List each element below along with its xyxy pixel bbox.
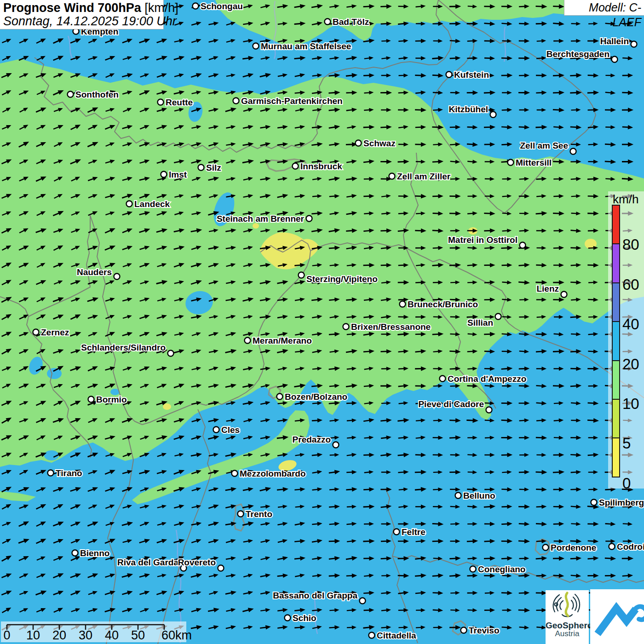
city-marker	[218, 565, 224, 571]
scale-tick-label: 50	[128, 628, 148, 643]
city-label: Berchtesgaden	[546, 49, 610, 59]
wind-speed-legend: km/h 806040201050	[608, 191, 644, 489]
city-marker	[508, 160, 514, 166]
city-marker	[486, 407, 492, 413]
city-marker	[356, 140, 362, 146]
city-marker	[455, 493, 461, 499]
city-marker	[72, 550, 78, 556]
city-marker	[612, 57, 618, 63]
city-marker	[299, 272, 305, 278]
city-label: Bormio	[96, 395, 127, 404]
map-canvas: SchongauBad TölzKemptenMurnau am Staffel…	[0, 0, 644, 644]
page-title: Prognose Wind 700hPa [km/h]	[3, 1, 163, 15]
scale-tick-label: 40	[102, 628, 122, 643]
city-marker	[233, 98, 239, 104]
city-label: Riva del Garda	[117, 558, 178, 567]
city-marker	[400, 301, 406, 307]
city-marker	[198, 165, 204, 171]
city-marker	[293, 163, 299, 169]
legend-tick-label: 0	[622, 476, 644, 491]
city-label: Garmisch-Partenkirchen	[241, 96, 343, 106]
city-label: Pieve di Cadore	[418, 399, 484, 409]
city-marker	[193, 3, 199, 9]
city-marker	[570, 149, 576, 155]
geosphere-country: Austria	[546, 630, 589, 638]
city-label: Brixen/Bressanone	[351, 322, 431, 332]
forecast-datetime: Sonntag, 14.12.2025 19:00 Uhr	[3, 15, 163, 28]
model-label: Modell: C-LAEF	[564, 0, 644, 16]
weather-map-app: SchongauBad TölzKemptenMurnau am Staffel…	[0, 0, 644, 644]
mountain-icon	[590, 589, 644, 644]
city-label: Imst	[169, 170, 187, 179]
city-marker	[520, 242, 526, 248]
city-marker	[68, 92, 74, 98]
city-label: Schlanders/Silandro	[81, 343, 166, 352]
city-marker	[543, 545, 549, 551]
legend-colorbar	[612, 206, 620, 477]
wind-area-5-10	[253, 223, 259, 229]
city-label: Bad Tölz	[333, 17, 369, 27]
city-label: Murnau am Staffelsee	[261, 41, 351, 51]
city-label: Spilimbergo	[599, 498, 644, 507]
city-marker	[440, 376, 446, 382]
scale-tick-label: 20	[49, 628, 69, 643]
city-label: Mittersill	[516, 158, 552, 167]
city-label: Predazzo	[293, 435, 331, 444]
city-label: Silz	[206, 163, 221, 172]
title-product: Prognose Wind 700hPa	[3, 1, 141, 15]
city-marker	[232, 471, 238, 477]
city-label: Hallein	[600, 36, 629, 46]
city-label: Innsbruck	[300, 161, 342, 171]
city-label: Nauders	[77, 267, 112, 277]
legend-tick-label: 40	[622, 316, 644, 332]
city-label: Treviso	[469, 626, 500, 635]
city-marker	[126, 201, 132, 207]
city-label: Landeck	[134, 199, 170, 209]
city-label: Steinach am Brenner	[217, 214, 305, 224]
city-marker	[394, 529, 400, 535]
city-label: Matrei in Osttirol	[448, 235, 518, 245]
city-marker	[470, 566, 476, 572]
city-label: Trento	[246, 509, 272, 519]
city-marker	[238, 511, 244, 517]
city-label: Bienno	[80, 548, 109, 558]
city-label: Schwaz	[363, 138, 396, 148]
city-marker	[591, 500, 597, 506]
city-marker	[158, 99, 164, 105]
city-label: Cortina d'Ampezzo	[448, 374, 526, 384]
city-label: Conegliano	[478, 564, 525, 574]
city-marker	[333, 442, 339, 448]
geosphere-wordmark: GeoSphere	[546, 621, 589, 630]
legend-color-segment	[612, 360, 620, 400]
city-label: Cles	[221, 425, 240, 435]
city-label: Meran/Merano	[253, 336, 312, 345]
legend-tick-label: 80	[622, 237, 644, 253]
city-marker	[389, 173, 395, 179]
city-label: Cittadella	[377, 631, 416, 640]
city-label: Reutte	[166, 98, 193, 107]
scale-tick-label: 60km	[161, 628, 182, 643]
legend-tick-label: 60	[622, 277, 644, 293]
city-marker	[609, 544, 615, 550]
city-label: Schongau	[201, 1, 243, 11]
city-marker	[88, 397, 94, 402]
geosphere-logo: GeoSphere Austria	[546, 590, 589, 644]
city-marker	[495, 314, 501, 320]
city-marker	[285, 615, 291, 621]
legend-color-segment	[612, 321, 620, 361]
partner-logo	[590, 589, 644, 644]
city-label: Pordenone	[551, 543, 596, 552]
legend-tick-label: 10	[622, 396, 644, 412]
city-marker	[461, 627, 467, 633]
legend-color-segment	[612, 243, 620, 283]
legend-tick-label: 20	[622, 356, 644, 372]
scale-tick-label: 10	[23, 628, 43, 643]
city-label: Sillian	[467, 318, 493, 328]
city-label: Mezzolombardo	[240, 469, 306, 478]
city-label: Tirano	[56, 468, 82, 478]
city-marker	[33, 329, 39, 335]
city-label: Bozen/Bolzano	[285, 392, 347, 402]
city-label: Belluno	[463, 491, 495, 500]
city-label: Zell am See	[520, 141, 568, 150]
city-marker	[369, 632, 375, 638]
